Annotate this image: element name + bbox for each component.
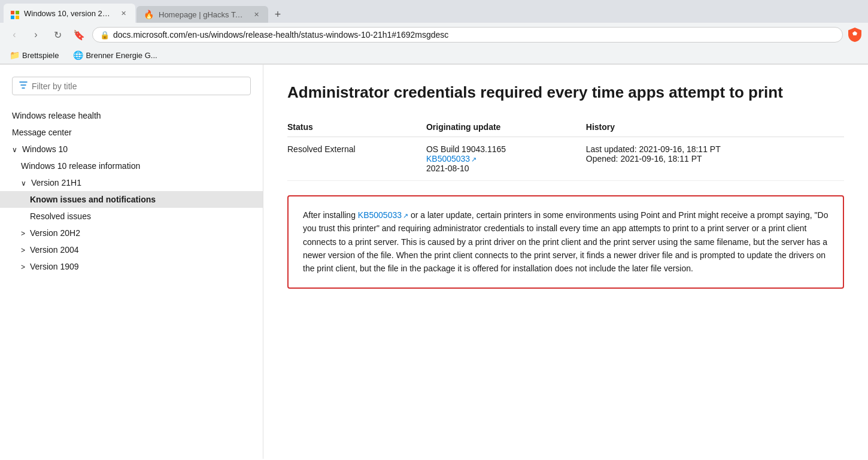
os-build-text: OS Build 19043.1165 (426, 144, 576, 154)
bookmark-button[interactable]: 🔖 (71, 26, 87, 43)
cell-history: Last updated: 2021-09-16, 18:11 PT Opene… (586, 137, 844, 180)
tab-title-inactive: Homepage | gHacks Technology News (159, 10, 247, 19)
reload-button[interactable]: ↻ (49, 26, 66, 43)
tab-inactive[interactable]: 🔥 Homepage | gHacks Technology News ✕ (136, 6, 268, 23)
chevron-down-icon-v21h1: ∨ (21, 179, 26, 187)
sidebar-item-version-2004[interactable]: > Version 2004 (0, 241, 263, 258)
back-button[interactable]: ‹ (6, 26, 23, 43)
page-container: Windows release health Message center ∨ … (0, 65, 868, 459)
sidebar-label-version-21h1: Version 21H1 (31, 178, 81, 187)
filter-icon (19, 80, 28, 92)
sidebar-item-win10-release-info[interactable]: Windows 10 release information (0, 158, 263, 174)
tab-bar: Windows 10, version 21H1 | Micro ✕ 🔥 Hom… (0, 0, 868, 23)
chevron-right-icon-20h2: > (21, 229, 25, 238)
table-row: Resolved External OS Build 19043.1165 KB… (287, 137, 844, 180)
sidebar-item-version-1909[interactable]: > Version 1909 (0, 258, 263, 275)
new-tab-button[interactable]: + (269, 6, 286, 23)
col-header-status: Status (287, 117, 426, 137)
status-table: Status Originating update History Resolv… (287, 117, 844, 181)
external-link-icon: ↗ (471, 156, 477, 163)
sidebar-label-windows-10: Windows 10 (22, 144, 68, 154)
forward-button[interactable]: › (28, 26, 44, 43)
desc-ext-link-icon: ↗ (403, 212, 408, 219)
sidebar-item-windows-release-health[interactable]: Windows release health (0, 107, 263, 124)
browser-chrome: Windows 10, version 21H1 | Micro ✕ 🔥 Hom… (0, 0, 868, 65)
ms-favicon (11, 7, 19, 19)
col-header-history: History (586, 117, 844, 137)
sidebar-item-windows-10[interactable]: ∨ Windows 10 (0, 141, 263, 158)
sidebar-label-win10-release-info: Windows 10 release information (21, 161, 140, 171)
desc-kb5005033-link[interactable]: KB5005033↗ (358, 210, 408, 220)
address-bar[interactable]: 🔒 docs.microsoft.com/en-us/windows/relea… (92, 27, 843, 43)
kb5005033-link[interactable]: KB5005033↗ (426, 154, 477, 164)
nav-bar: ‹ › ↻ 🔖 🔒 docs.microsoft.com/en-us/windo… (0, 23, 868, 47)
bookmark-brenner[interactable]: 🌐 Brenner Energie G... (69, 49, 160, 61)
tab-title-active: Windows 10, version 21H1 | Micro (24, 9, 114, 18)
chevron-right-icon-2004: > (21, 246, 25, 255)
cell-originating-update: OS Build 19043.1165 KB5005033↗ 2021-08-1… (426, 137, 586, 180)
description-box: After installing KB5005033↗ or a later u… (287, 195, 844, 289)
globe-icon: 🌐 (73, 50, 83, 60)
sidebar-item-message-center[interactable]: Message center (0, 124, 263, 141)
chevron-right-icon-1909: > (21, 263, 25, 271)
sidebar: Windows release health Message center ∨ … (0, 65, 263, 459)
tab-close-inactive[interactable]: ✕ (251, 10, 261, 19)
opened-text: Opened: 2021-09-16, 18:11 PT (586, 154, 834, 164)
bookmark-brenner-label: Brenner Energie G... (86, 51, 157, 60)
bookmark-brettspiele[interactable]: 📁 Brettspiele (6, 49, 62, 61)
filter-box (12, 77, 251, 95)
sidebar-label-resolved-issues: Resolved issues (30, 211, 91, 221)
bookmarks-bar: 📁 Brettspiele 🌐 Brenner Energie G... (0, 47, 868, 64)
sidebar-item-resolved-issues[interactable]: Resolved issues (0, 208, 263, 225)
main-content: Administrator credentials required every… (263, 65, 868, 459)
kb-date: 2021-08-10 (426, 164, 576, 173)
chevron-down-icon: ∨ (12, 146, 17, 154)
cell-status: Resolved External (287, 137, 426, 180)
sidebar-label-version-2004: Version 2004 (30, 245, 79, 255)
filter-input-wrapper[interactable] (12, 77, 251, 95)
brave-shield-icon[interactable] (848, 28, 862, 42)
lock-icon: 🔒 (100, 31, 110, 40)
filter-input[interactable] (32, 81, 244, 91)
desc-intro: After installing (303, 210, 358, 220)
sidebar-item-version-20h2[interactable]: > Version 20H2 (0, 225, 263, 241)
sidebar-label-known-issues: Known issues and notifications (30, 195, 156, 204)
sidebar-label-version-1909: Version 1909 (30, 262, 79, 271)
desc-kb-link: KB5005033 (358, 210, 402, 220)
ghacks-favicon: 🔥 (144, 10, 154, 19)
last-updated-text: Last updated: 2021-09-16, 18:11 PT (586, 144, 834, 154)
sidebar-item-version-21h1[interactable]: ∨ Version 21H1 (0, 174, 263, 191)
tab-close-active[interactable]: ✕ (119, 8, 128, 18)
sidebar-item-known-issues[interactable]: Known issues and notifications (0, 191, 263, 208)
tab-active[interactable]: Windows 10, version 21H1 | Micro ✕ (4, 4, 135, 23)
url-text: docs.microsoft.com/en-us/windows/release… (113, 30, 835, 40)
description-text: After installing KB5005033↗ or a later u… (303, 208, 828, 276)
sidebar-label-message-center: Message center (12, 128, 72, 137)
article-title: Administrator credentials required every… (287, 83, 844, 103)
kb-link-text: KB5005033 (426, 154, 470, 164)
sidebar-label-version-20h2: Version 20H2 (30, 228, 80, 238)
sidebar-label-windows-release-health: Windows release health (12, 111, 101, 120)
folder-icon: 📁 (10, 50, 20, 60)
col-header-originating-update: Originating update (426, 117, 586, 137)
bookmark-brettspiele-label: Brettspiele (22, 51, 59, 60)
